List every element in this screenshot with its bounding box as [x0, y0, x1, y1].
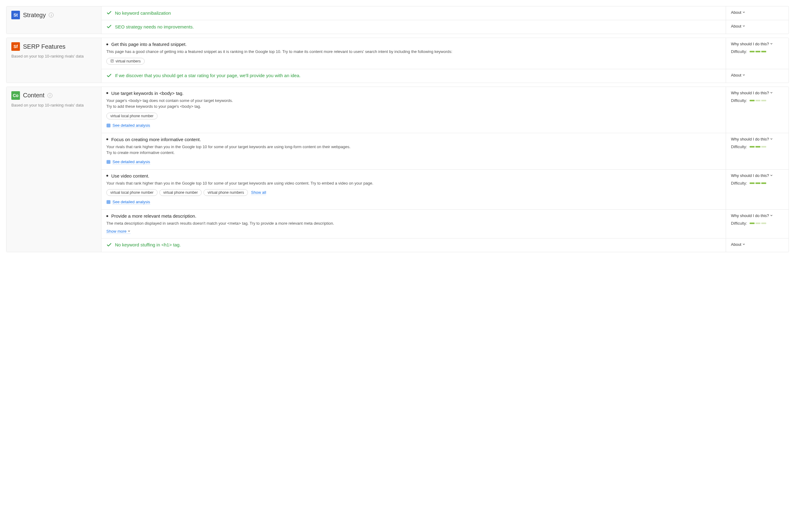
item-description: Your page's <body> tag does not contain …: [106, 98, 721, 110]
chevron-down-icon: [770, 91, 773, 95]
item-side: Why should I do this? Difficulty:: [726, 210, 789, 238]
tags-row: virtual local phone number: [106, 113, 721, 119]
keyword-tag[interactable]: virtual numbers: [106, 58, 145, 64]
about-toggle[interactable]: About: [731, 242, 745, 247]
show-all-link[interactable]: Show all: [251, 190, 266, 195]
chevron-down-icon: [742, 242, 745, 247]
tag-text: virtual local phone number: [110, 190, 153, 195]
why-label: Why should I do this?: [731, 91, 769, 95]
section-title-row: StStrategyi: [11, 11, 96, 19]
difficulty-bars: [749, 146, 766, 148]
difficulty-row: Difficulty:: [731, 221, 784, 226]
about-label: About: [731, 10, 741, 15]
difficulty-bars: [749, 183, 766, 184]
difficulty-bar: [749, 223, 755, 224]
item-row: No keyword cannibalizationAbout: [102, 6, 789, 20]
section-left: SfSERP FeaturesBased on your top 10-rank…: [6, 38, 102, 83]
bullet-icon: [106, 175, 108, 177]
difficulty-bar: [756, 223, 760, 224]
section-title-row: SfSERP Features: [11, 42, 96, 51]
item-main: SEO strategy needs no improvements.: [102, 20, 726, 34]
keyword-tag[interactable]: virtual phone number: [159, 189, 202, 196]
chevron-down-icon: [742, 24, 745, 28]
difficulty-bar: [756, 51, 760, 52]
difficulty-bars: [749, 223, 766, 224]
check-icon: [106, 10, 112, 16]
section-title: Strategy: [23, 12, 46, 19]
about-toggle[interactable]: About: [731, 10, 745, 15]
difficulty-row: Difficulty:: [731, 145, 784, 149]
chevron-down-icon: [770, 173, 773, 178]
difficulty-bars: [749, 100, 766, 101]
item-side: About: [726, 69, 789, 83]
see-detailed-link[interactable]: See detailed analysis: [106, 123, 150, 128]
item-row: No keyword stuffing in <h1> tag.About: [102, 239, 789, 252]
difficulty-bar: [761, 183, 766, 184]
item-main: No keyword stuffing in <h1> tag.: [102, 239, 726, 252]
section-badge: Co: [11, 91, 20, 100]
see-detailed-link[interactable]: See detailed analysis: [106, 159, 150, 164]
item-main: Provide a more relevant meta description…: [102, 210, 726, 238]
section-left: CoContentiBased on your top 10-ranking r…: [6, 87, 102, 252]
check-icon: [106, 242, 112, 248]
difficulty-label: Difficulty:: [731, 221, 747, 226]
item-side: Why should I do this? Difficulty:: [726, 38, 789, 69]
item-heading-text: Use video content.: [111, 173, 149, 178]
difficulty-bar: [761, 51, 766, 52]
item-heading-text: SEO strategy needs no improvements.: [115, 24, 194, 30]
item-side: Why should I do this? Difficulty:: [726, 170, 789, 210]
difficulty-bar: [749, 146, 755, 148]
difficulty-row: Difficulty:: [731, 49, 784, 54]
section: CoContentiBased on your top 10-ranking r…: [6, 87, 789, 252]
difficulty-row: Difficulty:: [731, 98, 784, 103]
about-toggle[interactable]: About: [731, 73, 745, 77]
difficulty-label: Difficulty:: [731, 98, 747, 103]
info-icon[interactable]: i: [49, 13, 54, 17]
chevron-down-icon: [770, 213, 773, 218]
keyword-tag[interactable]: virtual local phone number: [106, 189, 158, 196]
section-left: StStrategyi: [6, 6, 102, 34]
item-heading-text: Get this page into a featured snippet.: [111, 42, 187, 47]
item-heading: Focus on creating more informative conte…: [106, 137, 721, 142]
item-side: About: [726, 239, 789, 252]
tag-text: virtual phone numbers: [207, 190, 244, 195]
section-right: Get this page into a featured snippet.Th…: [102, 38, 789, 83]
why-label: Why should I do this?: [731, 42, 769, 46]
item-side: About: [726, 20, 789, 34]
why-toggle[interactable]: Why should I do this?: [731, 137, 773, 141]
item-heading-success: No keyword stuffing in <h1> tag.: [106, 242, 721, 248]
why-label: Why should I do this?: [731, 213, 769, 218]
item-row: Use video content.Your rivals that rank …: [102, 170, 789, 210]
item-heading-text: No keyword cannibalization: [115, 11, 171, 16]
why-toggle[interactable]: Why should I do this?: [731, 42, 773, 46]
item-heading-text: If we discover that you should get a sta…: [115, 73, 301, 78]
about-toggle[interactable]: About: [731, 24, 745, 28]
why-toggle[interactable]: Why should I do this?: [731, 213, 773, 218]
section-title: Content: [23, 92, 44, 99]
chevron-down-icon: [770, 42, 773, 46]
tag-text: virtual numbers: [115, 59, 141, 63]
see-detailed-text: See detailed analysis: [112, 123, 150, 128]
why-toggle[interactable]: Why should I do this?: [731, 173, 773, 178]
info-icon[interactable]: i: [48, 93, 52, 98]
item-row: Get this page into a featured snippet.Th…: [102, 38, 789, 69]
difficulty-bar: [749, 183, 755, 184]
check-icon: [106, 24, 112, 30]
item-description: Your rivals that rank higher than you in…: [106, 144, 721, 156]
why-toggle[interactable]: Why should I do this?: [731, 91, 773, 95]
bullet-icon: [106, 43, 108, 45]
see-detailed-link[interactable]: See detailed analysis: [106, 200, 150, 205]
section: StStrategyiNo keyword cannibalizationAbo…: [6, 6, 789, 34]
keyword-tag[interactable]: virtual phone numbers: [203, 189, 248, 196]
keyword-tag[interactable]: virtual local phone number: [106, 113, 158, 119]
difficulty-bars: [749, 51, 766, 52]
bullet-icon: [106, 92, 108, 94]
bullet-icon: [106, 215, 108, 217]
item-heading-text: Focus on creating more informative conte…: [111, 137, 201, 142]
show-more-link[interactable]: Show more: [106, 229, 130, 234]
item-row: SEO strategy needs no improvements.About: [102, 20, 789, 34]
difficulty-label: Difficulty:: [731, 49, 747, 54]
difficulty-row: Difficulty:: [731, 181, 784, 186]
table-icon: [106, 200, 111, 204]
item-side: Why should I do this? Difficulty:: [726, 133, 789, 169]
